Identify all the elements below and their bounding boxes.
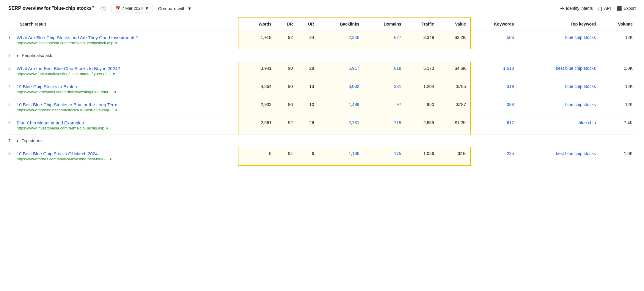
col-dr: DR <box>274 17 296 31</box>
row-num: 5 <box>8 98 17 116</box>
keywords-link[interactable]: 235 <box>507 151 514 156</box>
backlinks-link[interactable]: 1,186 <box>348 151 359 156</box>
table-row: 7 Top stories <box>8 135 636 147</box>
cell-words: 4,864 <box>238 80 274 98</box>
result-url[interactable]: https://www.fool.com/investing/stock-mar… <box>17 72 235 76</box>
url-dropdown-icon[interactable]: ▼ <box>114 41 118 45</box>
keywords-link[interactable]: 506 <box>507 35 514 40</box>
cell-backlinks: 2,731 <box>317 116 362 135</box>
cell-words: 2,932 <box>238 98 274 116</box>
result-cell: 10 Best Blue Chip Stocks Of March 2024 h… <box>17 147 238 165</box>
result-title[interactable]: 19 Blue-Chip Stocks to Explore <box>17 84 235 89</box>
serp-results-table: Search result Words DR UR Backlinks Doma… <box>8 17 636 166</box>
cell-ur: 26 <box>296 116 317 135</box>
cell-keywords: 1,618 <box>470 62 517 80</box>
col-top-keyword: Top keyword <box>517 17 599 31</box>
expand-icon[interactable] <box>17 140 19 143</box>
cell-words: 0 <box>238 147 274 165</box>
cell-domains: 97 <box>362 98 404 116</box>
url-dropdown-icon[interactable]: ▼ <box>112 72 115 76</box>
cell-words: 1,918 <box>238 31 274 49</box>
results-table-wrapper: Search result Words DR UR Backlinks Doma… <box>0 17 644 166</box>
top-keyword-link[interactable]: blue chip stocks <box>565 35 596 40</box>
calendar-icon: 📅 <box>115 6 120 11</box>
keywords-link[interactable]: 388 <box>507 102 514 107</box>
url-dropdown-icon[interactable]: ▼ <box>114 90 117 94</box>
cell-traffic: 950 <box>404 98 437 116</box>
table-row: 6 Blue Chip Meaning and Examples https:/… <box>8 116 636 135</box>
keywords-link[interactable]: 319 <box>507 84 514 89</box>
url-dropdown-icon[interactable]: ▼ <box>115 108 118 112</box>
cell-words: 3,941 <box>238 62 274 80</box>
result-title[interactable]: Blue Chip Meaning and Examples <box>17 120 235 125</box>
table-row: 3 What Are the Best Blue Chip Stocks to … <box>8 62 636 80</box>
result-title[interactable]: What Are the Best Blue Chip Stocks to Bu… <box>17 66 235 71</box>
domains-link[interactable]: 627 <box>394 35 401 40</box>
cell-value: $785 <box>437 80 470 98</box>
backlinks-link[interactable]: 3,082 <box>348 84 359 89</box>
api-icon: { } <box>598 6 602 11</box>
row-num: 7 <box>8 135 17 147</box>
keywords-link[interactable]: 617 <box>507 120 514 125</box>
result-cell: Blue Chip Meaning and Examples https://w… <box>17 116 238 135</box>
cell-backlinks: 1,489 <box>317 98 362 116</box>
compare-label: Compare with <box>158 6 186 11</box>
row-num: 3 <box>8 62 17 80</box>
chevron-down-icon: ▼ <box>145 6 149 11</box>
date-label: 7 Mar 2024 <box>122 6 143 11</box>
result-url[interactable]: https://www.forbes.com/advisor/investing… <box>17 157 235 161</box>
cell-domains: 715 <box>362 116 404 135</box>
cell-keywords: 388 <box>470 98 517 116</box>
backlinks-link[interactable]: 2,731 <box>348 120 359 125</box>
top-keyword-link[interactable]: blue chip <box>579 120 596 125</box>
domains-link[interactable]: 715 <box>394 120 401 125</box>
top-keyword-link[interactable]: blue chip stocks <box>565 84 596 89</box>
top-keyword-link[interactable]: best blue chip stocks <box>556 151 596 156</box>
expand-icon[interactable] <box>17 54 19 57</box>
backlinks-link[interactable]: 1,489 <box>348 102 359 107</box>
result-title[interactable]: 10 Best Blue Chip Stocks Of March 2024 <box>17 151 235 156</box>
api-button[interactable]: { } API <box>598 6 611 11</box>
compare-with-button[interactable]: Compare with ▼ <box>158 6 192 11</box>
help-icon[interactable]: ? <box>100 6 106 11</box>
cell-volume: 12K <box>599 80 636 98</box>
cell-top-keyword: blue chip <box>517 116 599 135</box>
url-dropdown-icon[interactable]: ▼ <box>106 126 109 130</box>
result-url[interactable]: https://www.investopedia.com/terms/b/blu… <box>17 126 235 130</box>
url-dropdown-icon[interactable]: ▼ <box>109 157 112 161</box>
domains-link[interactable]: 618 <box>394 66 401 71</box>
cell-domains: 175 <box>362 147 404 165</box>
backlinks-link[interactable]: 2,346 <box>348 35 359 40</box>
top-keyword-link[interactable]: best blue chip stocks <box>556 66 596 71</box>
cell-traffic: 5,173 <box>404 62 437 80</box>
cell-volume: 12K <box>599 31 636 49</box>
cell-dr: 94 <box>274 147 296 165</box>
cell-top-keyword: blue chip stocks <box>517 80 599 98</box>
domains-link[interactable]: 231 <box>394 84 401 89</box>
cell-top-keyword: best blue chip stocks <box>517 147 599 165</box>
domains-link[interactable]: 175 <box>394 151 401 156</box>
date-picker-button[interactable]: 📅 7 Mar 2024 ▼ <box>111 4 153 12</box>
cell-ur: 24 <box>296 31 317 49</box>
result-title[interactable]: What Are Blue Chip Stocks and Are They G… <box>17 35 235 40</box>
cell-volume: 12K <box>599 98 636 116</box>
cell-dr: 86 <box>274 98 296 116</box>
cell-value: $1.2K <box>437 116 470 135</box>
col-domains: Domains <box>362 17 404 31</box>
export-button[interactable]: ⬛ Export <box>616 6 636 11</box>
cell-keywords: 235 <box>470 147 517 165</box>
backlinks-link[interactable]: 5,917 <box>348 66 359 71</box>
col-num <box>8 17 17 31</box>
cell-dr: 92 <box>274 31 296 49</box>
domains-link[interactable]: 97 <box>396 102 401 107</box>
identify-intents-button[interactable]: ✛ Identify intents <box>560 6 593 11</box>
keywords-link[interactable]: 1,618 <box>503 66 514 71</box>
top-keyword-link[interactable]: blue chip stocks <box>565 102 596 107</box>
result-title[interactable]: 10 Best Blue-Chip Stocks to Buy for the … <box>17 102 235 107</box>
cell-value: $2.2K <box>437 31 470 49</box>
cell-dr: 90 <box>274 62 296 80</box>
result-url[interactable]: https://www.morningstar.com/stocks/10-be… <box>17 108 235 112</box>
result-url[interactable]: https://www.investopedia.com/terms/b/blu… <box>17 41 235 45</box>
cell-ur: 13 <box>296 80 317 98</box>
result-url[interactable]: https://www.nerdwallet.com/article/inves… <box>17 90 235 94</box>
